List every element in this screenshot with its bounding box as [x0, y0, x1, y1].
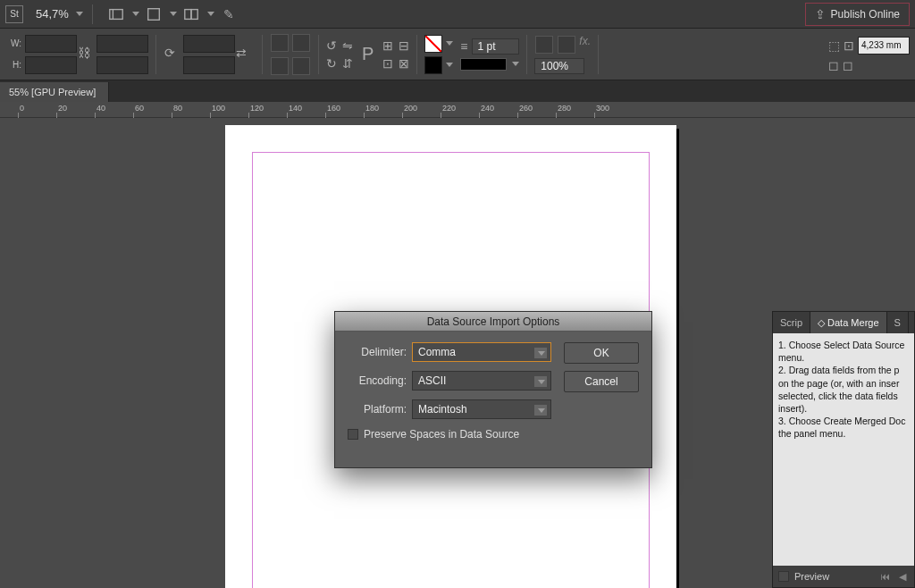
- paragraph-icon[interactable]: P: [362, 44, 374, 64]
- preserve-spaces-checkbox[interactable]: [348, 429, 358, 440]
- first-page-icon[interactable]: ⏮: [878, 570, 891, 583]
- measure-icon[interactable]: ⬚: [828, 38, 840, 53]
- width-input[interactable]: [25, 35, 77, 53]
- separator: [318, 35, 319, 74]
- height-label: H:: [5, 60, 21, 70]
- svg-rect-2: [148, 8, 160, 20]
- preview-label: Preview: [794, 571, 829, 582]
- panel-footer: Preview ⏮ ◀: [773, 566, 914, 587]
- stroke-style-preview[interactable]: [460, 58, 507, 71]
- chevron-down-icon: [534, 405, 547, 416]
- tab-scripts[interactable]: Scrip: [773, 312, 810, 333]
- svg-rect-3: [185, 9, 191, 19]
- rotate-cw-icon[interactable]: ↻: [326, 56, 337, 71]
- zoom-dropdown-caret[interactable]: [76, 12, 83, 16]
- separator: [92, 4, 93, 24]
- tool-icon[interactable]: ⊞: [382, 38, 393, 53]
- horizontal-ruler: 0204060801001201401601802002202402602803…: [0, 102, 915, 118]
- delimiter-label: Delimiter:: [348, 346, 407, 358]
- width-label: W:: [5, 38, 21, 48]
- view-options-icon[interactable]: [107, 5, 125, 23]
- top-menu-bar: St 54,7% ✎ ⇪ Publish Online: [0, 0, 915, 29]
- constrain-icon[interactable]: ⛓: [78, 46, 96, 63]
- platform-select[interactable]: Macintosh: [412, 399, 551, 419]
- separator: [416, 35, 417, 74]
- app-badge: St: [5, 5, 23, 23]
- dimensions-group: W: H:: [5, 35, 77, 74]
- chevron-down-icon: [534, 376, 547, 387]
- separator: [598, 35, 599, 74]
- flip-v-icon[interactable]: ⇵: [342, 56, 353, 71]
- svg-rect-0: [110, 9, 122, 19]
- tool-icon[interactable]: [292, 34, 310, 52]
- tool-icon[interactable]: ⊟: [399, 38, 409, 53]
- wrap-icon[interactable]: [535, 36, 553, 54]
- data-source-import-dialog: Data Source Import Options Delimiter: Co…: [334, 311, 652, 468]
- stroke-weight-icon: ≡: [460, 39, 467, 54]
- separator: [526, 35, 527, 74]
- document-tab[interactable]: 55% [GPU Preview]: [0, 82, 109, 102]
- scale-y-input[interactable]: [97, 56, 148, 74]
- corner-icon[interactable]: ◻: [828, 58, 839, 72]
- fill-swatch[interactable]: [424, 35, 442, 53]
- screen-dropdown-caret[interactable]: [170, 12, 177, 16]
- tool-icon[interactable]: [271, 57, 289, 75]
- delimiter-select[interactable]: Comma: [412, 342, 551, 362]
- platform-label: Platform:: [348, 403, 407, 416]
- tool-icon[interactable]: [271, 34, 289, 52]
- publish-label: Publish Online: [831, 8, 900, 21]
- separator: [262, 35, 263, 74]
- opacity-select[interactable]: 100%: [534, 58, 584, 74]
- stroke-swatch[interactable]: [424, 56, 442, 74]
- corner-icon[interactable]: ◻: [843, 58, 853, 72]
- cancel-button[interactable]: Cancel: [564, 371, 639, 392]
- publish-online-button[interactable]: ⇪ Publish Online: [805, 3, 910, 26]
- view-dropdown-caret[interactable]: [132, 12, 139, 16]
- svg-rect-4: [191, 9, 197, 19]
- separator: [155, 35, 156, 74]
- height-input[interactable]: [25, 56, 77, 74]
- screen-mode-icon[interactable]: [145, 5, 163, 23]
- arrange-icon[interactable]: [182, 5, 200, 23]
- measurement-input[interactable]: 4,233 mm: [858, 37, 910, 55]
- caret-icon[interactable]: [512, 62, 519, 66]
- preview-checkbox[interactable]: [778, 571, 789, 582]
- flip-icon[interactable]: ⇄: [236, 46, 254, 63]
- chevron-down-icon: [534, 348, 547, 358]
- rotate-ccw-icon[interactable]: ↺: [326, 38, 337, 53]
- tab-data-merge[interactable]: ◇Data Merge: [810, 312, 886, 333]
- tab-other[interactable]: S: [887, 312, 909, 333]
- rotate-input[interactable]: [183, 35, 235, 53]
- flip-h-icon[interactable]: ⇋: [342, 38, 353, 53]
- shear-input[interactable]: [183, 56, 235, 74]
- measure-icon[interactable]: ⊡: [844, 38, 854, 53]
- arrange-dropdown-caret[interactable]: [207, 12, 214, 16]
- scale-x-input[interactable]: [97, 35, 148, 53]
- fx-icon[interactable]: fx.: [579, 35, 591, 55]
- stroke-weight-select[interactable]: 1 pt: [472, 38, 520, 55]
- caret-icon[interactable]: [446, 63, 453, 67]
- upload-icon: ⇪: [815, 7, 826, 21]
- encoding-select[interactable]: ASCII: [412, 371, 551, 391]
- preserve-spaces-label: Preserve Spaces in Data Source: [364, 428, 519, 441]
- rotate-icon[interactable]: ⟳: [164, 46, 182, 63]
- encoding-label: Encoding:: [348, 374, 407, 387]
- control-bar: W: H: ⛓ ⟳ ⇄ ↺ ↻ ⇋ ⇵ P ⊞ ⊡ ⊟ ⊠: [0, 29, 915, 80]
- panel-instructions: 1. Choose Select Data Source menu. 2. Dr…: [773, 333, 914, 566]
- prev-page-icon[interactable]: ◀: [896, 570, 909, 583]
- tool-icon[interactable]: ⊡: [382, 56, 393, 71]
- tool-icon[interactable]: ⊠: [399, 56, 409, 71]
- tool-icon[interactable]: [292, 57, 310, 75]
- caret-icon[interactable]: [446, 41, 453, 46]
- zoom-level[interactable]: 54,7%: [36, 7, 69, 21]
- panel-tabs: Scrip ◇Data Merge S: [773, 312, 914, 333]
- dialog-title: Data Source Import Options: [335, 312, 651, 332]
- brush-icon[interactable]: ✎: [220, 5, 238, 23]
- ok-button[interactable]: OK: [564, 342, 639, 364]
- wrap-icon[interactable]: [558, 36, 575, 54]
- document-tab-bar: 55% [GPU Preview]: [0, 80, 915, 102]
- data-merge-panel: Scrip ◇Data Merge S 1. Choose Select Dat…: [772, 311, 915, 588]
